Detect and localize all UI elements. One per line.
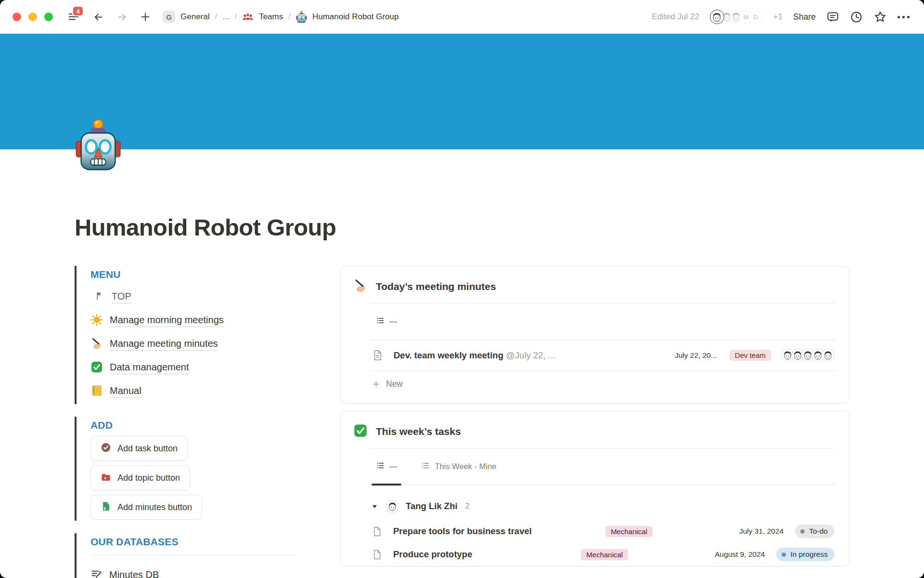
status-badge: In progress	[776, 548, 834, 561]
meeting-date: July 22, 20...	[675, 351, 717, 360]
menu-link-meeting-minutes[interactable]: Manage meeting minutes	[90, 332, 302, 356]
menu-link-data-management[interactable]: Data management	[90, 356, 302, 380]
meeting-row[interactable]: Dev. team weekly meeting @July 22, ... J…	[371, 340, 835, 371]
weekly-tasks-card: This week’s tasks --- This Week - Mine	[340, 411, 849, 566]
document-icon	[372, 349, 384, 361]
favorite-star-icon[interactable]	[873, 10, 887, 24]
team-tag: Dev team	[730, 350, 771, 361]
sun-icon	[90, 314, 103, 328]
right-column: Today’s meeting minutes --- Dev. team we…	[340, 266, 849, 566]
compose-icon	[90, 568, 103, 578]
add-section: ADD Add task button Add topic button Add…	[75, 417, 302, 521]
avatar[interactable]	[710, 10, 724, 24]
add-heading: ADD	[90, 420, 302, 431]
task-group-header[interactable]: Tang Lik Zhi 2	[371, 493, 835, 520]
menu-link-morning-meetings[interactable]: Manage morning meetings	[90, 309, 302, 332]
topbar-right: Edited Jul 22 M D +1 Share	[652, 10, 910, 24]
add-topic-button[interactable]: Add topic button	[90, 465, 190, 490]
workspace-chip[interactable]: G	[163, 11, 175, 23]
weekly-tasks-title: This week’s tasks	[376, 426, 461, 437]
sidebar-toggle-button[interactable]: 4	[67, 11, 81, 23]
task-row[interactable]: Prepare tools for business travel Mechan…	[371, 520, 835, 543]
ledger-icon	[90, 384, 103, 399]
attendee-avatars	[781, 349, 834, 362]
left-column: MENU TOP Manage morning meetings Manage …	[75, 266, 302, 578]
menu-link-top[interactable]: TOP	[90, 285, 302, 309]
back-button[interactable]	[92, 11, 104, 23]
breadcrumb: G General / ... / Teams / Humanoid Robot…	[163, 11, 398, 23]
add-minutes-button[interactable]: Add minutes button	[90, 495, 202, 520]
menu-heading: MENU	[90, 269, 302, 280]
minimize-window-button[interactable]	[28, 13, 37, 21]
task-title: Prepare tools for business travel	[393, 526, 605, 537]
databases-heading: OUR DATABASES	[90, 536, 302, 548]
add-task-button[interactable]: Add task button	[90, 436, 188, 461]
task-date: July 31, 2024	[739, 527, 783, 536]
page-title[interactable]: Humanoid Robot Group	[75, 214, 849, 241]
list-view-icon	[376, 316, 385, 327]
group-count: 2	[465, 501, 470, 511]
category-tag: Mechanical	[581, 549, 628, 560]
tasks-view-tabs: --- This Week - Mine	[371, 448, 835, 485]
task-date: August 9, 2024	[715, 550, 765, 559]
check-box-icon	[90, 361, 103, 375]
status-dot	[800, 529, 805, 534]
writing-hand-icon	[353, 278, 368, 295]
task-check-icon	[101, 442, 111, 455]
avatar	[821, 349, 834, 362]
task-title: Produce prototype	[393, 549, 581, 560]
close-window-button[interactable]	[13, 13, 21, 21]
task-row[interactable]: Produce prototype Mechanical August 9, 2…	[371, 543, 835, 566]
status-dot	[782, 552, 786, 557]
new-tab-button[interactable]	[140, 11, 151, 23]
window-controls	[13, 13, 53, 21]
teams-icon	[242, 11, 254, 23]
tasks-view-tab-default[interactable]: ---	[372, 448, 401, 485]
topbar: 4 G General / ... / Teams / Humanoid Rob…	[0, 0, 924, 34]
breadcrumb-separator: /	[215, 12, 217, 22]
forward-button[interactable]	[116, 11, 128, 23]
meeting-minutes-header: Today’s meeting minutes	[341, 266, 849, 303]
nav-controls: 4	[67, 11, 151, 23]
status-badge: To-do	[795, 525, 834, 538]
list-view-icon	[376, 461, 385, 472]
edited-label: Edited Jul 22	[652, 12, 699, 22]
breadcrumb-general[interactable]: General	[180, 12, 209, 22]
avatar-overflow-count[interactable]: +1	[773, 12, 783, 22]
check-box-icon	[353, 423, 368, 440]
viewer-avatars: M D	[710, 10, 763, 24]
document-icon	[372, 526, 383, 537]
chevron-down-icon[interactable]	[371, 502, 379, 511]
comments-icon[interactable]	[826, 11, 839, 24]
zoom-window-button[interactable]	[44, 13, 53, 21]
page-robot-icon[interactable]	[72, 118, 125, 171]
document-icon	[372, 549, 383, 560]
page-body: Humanoid Robot Group MENU TOP Manage mor…	[0, 214, 924, 578]
more-options-button[interactable]	[898, 16, 910, 18]
folder-plus-icon	[101, 472, 111, 485]
breadcrumb-ellipsis[interactable]: ...	[222, 12, 229, 22]
tasks-view-tab-this-week-mine[interactable]: This Week - Mine	[417, 448, 500, 485]
databases-section: OUR DATABASES Minutes DB	[75, 533, 302, 578]
share-button[interactable]: Share	[793, 12, 816, 22]
breadcrumb-separator: /	[234, 12, 237, 22]
minutes-view-tab[interactable]: ---	[372, 303, 401, 340]
breadcrumb-teams[interactable]: Teams	[259, 12, 283, 22]
menu-link-manual[interactable]: Manual	[90, 380, 302, 403]
minutes-db-link[interactable]: Minutes DB	[90, 564, 302, 578]
meeting-minutes-card: Today’s meeting minutes --- Dev. team we…	[340, 266, 849, 404]
meeting-minutes-title: Today’s meeting minutes	[376, 281, 496, 292]
avatar[interactable]: D	[748, 10, 763, 24]
weekly-tasks-header: This week’s tasks	[341, 411, 849, 448]
category-tag: Mechanical	[605, 526, 653, 537]
menu-section: MENU TOP Manage morning meetings Manage …	[75, 266, 302, 404]
page-cover	[0, 34, 924, 149]
new-row-button[interactable]: New	[371, 371, 835, 397]
breadcrumb-page[interactable]: Humanoid Robot Group	[312, 12, 399, 22]
history-clock-icon[interactable]	[850, 11, 863, 24]
writing-hand-icon	[90, 337, 103, 352]
notification-badge: 4	[72, 6, 84, 16]
notion-window: 4 G General / ... / Teams / Humanoid Rob…	[0, 0, 924, 578]
avatar	[386, 500, 399, 513]
plus-icon	[372, 380, 381, 389]
